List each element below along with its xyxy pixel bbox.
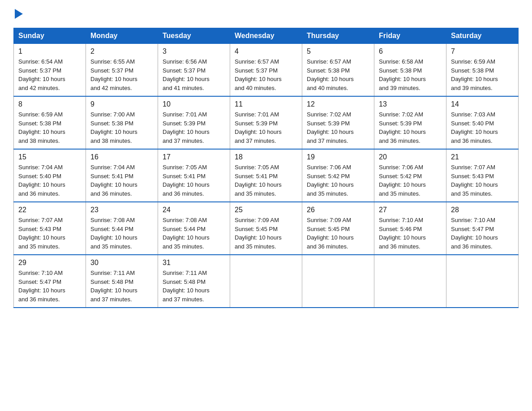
- day-number: 14: [451, 100, 514, 108]
- calendar-cell: 5 Sunrise: 6:57 AM Sunset: 5:38 PM Dayli…: [302, 44, 374, 97]
- column-header-saturday: Saturday: [446, 28, 519, 44]
- calendar-cell: [302, 255, 374, 308]
- day-info: Sunrise: 6:58 AM Sunset: 5:38 PM Dayligh…: [379, 57, 442, 92]
- calendar-cell: 19 Sunrise: 7:06 AM Sunset: 5:42 PM Dayl…: [302, 149, 374, 202]
- day-info: Sunrise: 7:02 AM Sunset: 5:39 PM Dayligh…: [379, 110, 442, 145]
- day-number: 25: [235, 206, 297, 214]
- day-info: Sunrise: 6:56 AM Sunset: 5:37 PM Dayligh…: [163, 57, 225, 92]
- day-number: 15: [18, 153, 81, 161]
- column-header-friday: Friday: [374, 28, 446, 44]
- day-number: 23: [90, 206, 153, 214]
- day-number: 21: [451, 153, 514, 161]
- day-number: 27: [379, 206, 442, 214]
- calendar-header: SundayMondayTuesdayWednesdayThursdayFrid…: [14, 28, 519, 44]
- logo: [13, 9, 23, 19]
- day-info: Sunrise: 7:08 AM Sunset: 5:44 PM Dayligh…: [90, 216, 153, 251]
- day-number: 22: [18, 206, 81, 214]
- calendar-cell: [446, 255, 519, 308]
- day-info: Sunrise: 7:08 AM Sunset: 5:44 PM Dayligh…: [163, 216, 225, 251]
- day-number: 24: [163, 206, 225, 214]
- day-info: Sunrise: 7:00 AM Sunset: 5:38 PM Dayligh…: [90, 110, 153, 145]
- day-number: 17: [163, 153, 225, 161]
- day-number: 16: [90, 153, 153, 161]
- calendar-week-row: 1 Sunrise: 6:54 AM Sunset: 5:37 PM Dayli…: [14, 44, 519, 97]
- day-info: Sunrise: 6:59 AM Sunset: 5:38 PM Dayligh…: [451, 57, 514, 92]
- calendar-body: 1 Sunrise: 6:54 AM Sunset: 5:37 PM Dayli…: [14, 44, 519, 308]
- calendar-cell: 1 Sunrise: 6:54 AM Sunset: 5:37 PM Dayli…: [14, 44, 86, 97]
- calendar-cell: [374, 255, 446, 308]
- day-info: Sunrise: 7:02 AM Sunset: 5:39 PM Dayligh…: [307, 110, 369, 145]
- calendar-cell: 22 Sunrise: 7:07 AM Sunset: 5:43 PM Dayl…: [14, 202, 86, 255]
- calendar-cell: 8 Sunrise: 6:59 AM Sunset: 5:38 PM Dayli…: [14, 96, 86, 149]
- day-number: 9: [90, 100, 153, 108]
- day-info: Sunrise: 7:01 AM Sunset: 5:39 PM Dayligh…: [235, 110, 297, 145]
- day-number: 28: [451, 206, 514, 214]
- day-number: 18: [235, 153, 297, 161]
- day-number: 7: [451, 47, 514, 56]
- day-info: Sunrise: 7:05 AM Sunset: 5:41 PM Dayligh…: [235, 163, 297, 198]
- day-number: 31: [163, 259, 225, 267]
- svg-marker-0: [15, 9, 23, 19]
- day-number: 6: [379, 47, 442, 56]
- calendar-week-row: 8 Sunrise: 6:59 AM Sunset: 5:38 PM Dayli…: [14, 96, 519, 149]
- day-info: Sunrise: 7:07 AM Sunset: 5:43 PM Dayligh…: [18, 216, 81, 251]
- header-row: SundayMondayTuesdayWednesdayThursdayFrid…: [14, 28, 519, 44]
- calendar-week-row: 29 Sunrise: 7:10 AM Sunset: 5:47 PM Dayl…: [14, 255, 519, 308]
- day-info: Sunrise: 7:10 AM Sunset: 5:46 PM Dayligh…: [379, 216, 442, 251]
- day-number: 20: [379, 153, 442, 161]
- day-info: Sunrise: 7:06 AM Sunset: 5:42 PM Dayligh…: [379, 163, 442, 198]
- day-info: Sunrise: 7:11 AM Sunset: 5:48 PM Dayligh…: [90, 269, 153, 304]
- day-number: 19: [307, 153, 369, 161]
- column-header-tuesday: Tuesday: [158, 28, 230, 44]
- calendar-week-row: 22 Sunrise: 7:07 AM Sunset: 5:43 PM Dayl…: [14, 202, 519, 255]
- calendar-cell: 16 Sunrise: 7:04 AM Sunset: 5:41 PM Dayl…: [86, 149, 158, 202]
- day-info: Sunrise: 6:57 AM Sunset: 5:38 PM Dayligh…: [307, 57, 369, 92]
- day-info: Sunrise: 7:04 AM Sunset: 5:41 PM Dayligh…: [90, 163, 153, 198]
- day-info: Sunrise: 6:59 AM Sunset: 5:38 PM Dayligh…: [18, 110, 81, 145]
- column-header-monday: Monday: [86, 28, 158, 44]
- day-number: 4: [235, 47, 297, 56]
- page-header: [13, 9, 519, 19]
- day-number: 1: [18, 47, 81, 56]
- day-info: Sunrise: 7:03 AM Sunset: 5:40 PM Dayligh…: [451, 110, 514, 145]
- calendar-cell: 26 Sunrise: 7:09 AM Sunset: 5:45 PM Dayl…: [302, 202, 374, 255]
- day-number: 8: [18, 100, 81, 108]
- calendar-cell: 11 Sunrise: 7:01 AM Sunset: 5:39 PM Dayl…: [230, 96, 302, 149]
- calendar-cell: 3 Sunrise: 6:56 AM Sunset: 5:37 PM Dayli…: [158, 44, 230, 97]
- column-header-sunday: Sunday: [14, 28, 86, 44]
- day-number: 3: [163, 47, 225, 56]
- day-info: Sunrise: 7:07 AM Sunset: 5:43 PM Dayligh…: [451, 163, 514, 198]
- day-number: 10: [163, 100, 225, 108]
- calendar-cell: 13 Sunrise: 7:02 AM Sunset: 5:39 PM Dayl…: [374, 96, 446, 149]
- day-number: 12: [307, 100, 369, 108]
- calendar-cell: 21 Sunrise: 7:07 AM Sunset: 5:43 PM Dayl…: [446, 149, 519, 202]
- calendar-cell: 20 Sunrise: 7:06 AM Sunset: 5:42 PM Dayl…: [374, 149, 446, 202]
- calendar-cell: 28 Sunrise: 7:10 AM Sunset: 5:47 PM Dayl…: [446, 202, 519, 255]
- calendar-cell: 31 Sunrise: 7:11 AM Sunset: 5:48 PM Dayl…: [158, 255, 230, 308]
- day-number: 30: [90, 259, 153, 267]
- calendar-cell: 6 Sunrise: 6:58 AM Sunset: 5:38 PM Dayli…: [374, 44, 446, 97]
- calendar-cell: 14 Sunrise: 7:03 AM Sunset: 5:40 PM Dayl…: [446, 96, 519, 149]
- day-info: Sunrise: 7:11 AM Sunset: 5:48 PM Dayligh…: [163, 269, 225, 304]
- calendar-cell: 10 Sunrise: 7:01 AM Sunset: 5:39 PM Dayl…: [158, 96, 230, 149]
- day-info: Sunrise: 7:10 AM Sunset: 5:47 PM Dayligh…: [18, 269, 81, 304]
- calendar-week-row: 15 Sunrise: 7:04 AM Sunset: 5:40 PM Dayl…: [14, 149, 519, 202]
- day-info: Sunrise: 6:54 AM Sunset: 5:37 PM Dayligh…: [18, 57, 81, 92]
- day-number: 5: [307, 47, 369, 56]
- calendar-cell: 9 Sunrise: 7:00 AM Sunset: 5:38 PM Dayli…: [86, 96, 158, 149]
- calendar-cell: 15 Sunrise: 7:04 AM Sunset: 5:40 PM Dayl…: [14, 149, 86, 202]
- day-info: Sunrise: 7:09 AM Sunset: 5:45 PM Dayligh…: [235, 216, 297, 251]
- calendar-cell: 4 Sunrise: 6:57 AM Sunset: 5:37 PM Dayli…: [230, 44, 302, 97]
- calendar-cell: 2 Sunrise: 6:55 AM Sunset: 5:37 PM Dayli…: [86, 44, 158, 97]
- day-info: Sunrise: 7:10 AM Sunset: 5:47 PM Dayligh…: [451, 216, 514, 251]
- column-header-wednesday: Wednesday: [230, 28, 302, 44]
- day-info: Sunrise: 7:09 AM Sunset: 5:45 PM Dayligh…: [307, 216, 369, 251]
- day-info: Sunrise: 7:01 AM Sunset: 5:39 PM Dayligh…: [163, 110, 225, 145]
- day-info: Sunrise: 6:55 AM Sunset: 5:37 PM Dayligh…: [90, 57, 153, 92]
- column-header-thursday: Thursday: [302, 28, 374, 44]
- calendar-cell: 24 Sunrise: 7:08 AM Sunset: 5:44 PM Dayl…: [158, 202, 230, 255]
- calendar-table: SundayMondayTuesdayWednesdayThursdayFrid…: [13, 28, 519, 308]
- day-info: Sunrise: 7:06 AM Sunset: 5:42 PM Dayligh…: [307, 163, 369, 198]
- calendar-cell: [230, 255, 302, 308]
- calendar-cell: 12 Sunrise: 7:02 AM Sunset: 5:39 PM Dayl…: [302, 96, 374, 149]
